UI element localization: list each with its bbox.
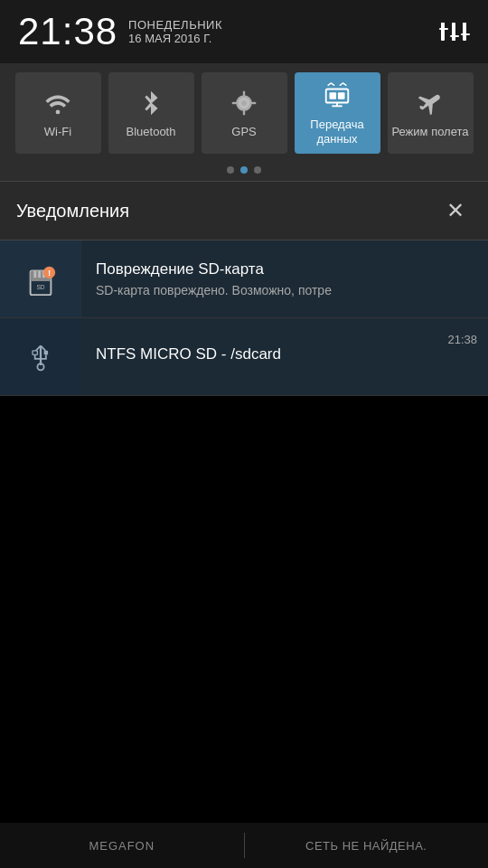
status-right: [437, 15, 470, 48]
notification-sd-damage[interactable]: SD ! Повреждение SD-карта SD-карта повре…: [0, 241, 488, 318]
status-date: ПОНЕДЕЛЬНИК 16 МАЯ 2016 Г.: [128, 18, 222, 45]
data-transfer-icon: [321, 80, 353, 112]
quick-settings-row: Wi-Fi Bluetooth: [7, 72, 481, 154]
svg-rect-8: [461, 33, 470, 35]
sd-damage-content: Повреждение SD-карта SD-карта повреждено…: [81, 248, 488, 310]
dot-3[interactable]: [254, 166, 261, 174]
wifi-label: Wi-Fi: [44, 125, 71, 139]
gps-button[interactable]: GPS: [202, 72, 287, 154]
sd-damage-title: Повреждение SD-карта: [96, 260, 475, 278]
data-transfer-label: Передача данных: [295, 118, 380, 146]
bottom-bar: MEGAFON СЕТЬ НЕ НАЙДЕНА.: [0, 823, 488, 868]
close-notifications-button[interactable]: ✕: [439, 194, 472, 227]
ntfs-content: NTFS MICRO SD - /sdcard: [81, 333, 447, 381]
airplane-label: Режим полета: [391, 125, 468, 139]
notifications-title: Уведомления: [16, 201, 129, 222]
status-day: ПОНЕДЕЛЬНИК: [128, 18, 222, 32]
data-transfer-button[interactable]: Передача данных: [295, 72, 380, 154]
svg-rect-22: [33, 270, 36, 278]
status-time: 21:38: [18, 10, 117, 53]
airplane-mode-button[interactable]: Режим полета: [388, 72, 474, 154]
bluetooth-icon: [135, 87, 167, 119]
gps-icon: [228, 87, 260, 119]
status-date-text: 16 МАЯ 2016 Г.: [128, 32, 211, 45]
dot-2[interactable]: [240, 166, 248, 174]
svg-rect-7: [450, 35, 459, 37]
svg-rect-5: [463, 23, 466, 35]
ntfs-title: NTFS MICRO SD - /sdcard: [96, 345, 435, 363]
close-icon: ✕: [446, 198, 465, 223]
ntfs-time: 21:38: [447, 318, 488, 346]
svg-rect-23: [38, 270, 41, 278]
wifi-icon: [42, 87, 74, 119]
wifi-button[interactable]: Wi-Fi: [15, 72, 101, 154]
network-status: СЕТЬ НЕ НАЙДЕНА.: [245, 839, 489, 853]
svg-point-14: [241, 100, 247, 106]
quick-settings: Wi-Fi Bluetooth: [0, 63, 488, 181]
sd-card-icon-area: SD !: [0, 241, 81, 317]
bluetooth-button[interactable]: Bluetooth: [108, 72, 194, 154]
svg-rect-30: [44, 350, 49, 354]
svg-rect-16: [330, 93, 337, 100]
page-dots: [7, 161, 481, 181]
status-left: 21:38 ПОНЕДЕЛЬНИК 16 МАЯ 2016 Г.: [18, 10, 222, 53]
svg-rect-6: [439, 28, 448, 30]
svg-text:SD: SD: [36, 284, 44, 290]
airplane-icon: [414, 87, 446, 119]
carrier-name: MEGAFON: [0, 839, 244, 853]
sd-card-icon: SD !: [23, 262, 58, 297]
gps-label: GPS: [231, 125, 256, 139]
svg-rect-17: [338, 93, 345, 100]
svg-text:!: !: [48, 268, 51, 278]
usb-icon-area: [0, 318, 81, 395]
status-bar: 21:38 ПОНЕДЕЛЬНИК 16 МАЯ 2016 Г.: [0, 0, 488, 63]
equalizer-icon: [437, 15, 470, 48]
svg-rect-15: [326, 90, 349, 103]
notifications-header: Уведомления ✕: [0, 181, 488, 241]
usb-icon: [24, 341, 57, 373]
sd-damage-text: SD-карта повреждено. Возможно, потре: [96, 283, 475, 297]
dot-1[interactable]: [227, 166, 234, 174]
bluetooth-label: Bluetooth: [127, 125, 176, 139]
notification-ntfs[interactable]: NTFS MICRO SD - /sdcard 21:38: [0, 318, 488, 396]
svg-rect-29: [33, 350, 37, 354]
